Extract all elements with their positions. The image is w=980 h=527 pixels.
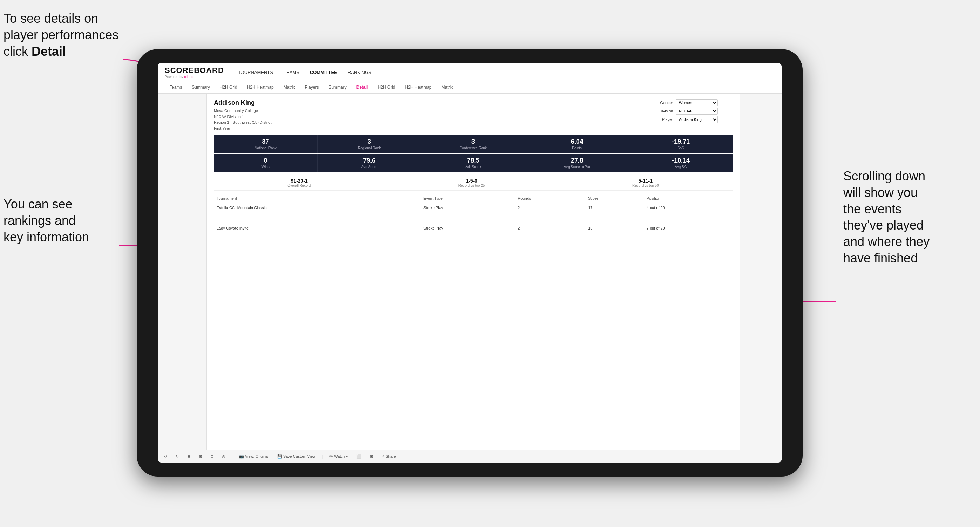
player-college: Mesa Community College xyxy=(214,108,271,114)
toolbar-watch[interactable]: 👁 Watch ▾ xyxy=(327,453,350,459)
player-select[interactable]: Addison King xyxy=(676,116,718,123)
stat-adj-score: 78.5 Adj Score xyxy=(421,154,525,172)
tournament-table: Tournament Event Type Rounds Score Posit… xyxy=(214,194,733,233)
record-top25: 1-5-0 Record vs top 25 xyxy=(458,178,485,187)
nav-committee[interactable]: COMMITTEE xyxy=(310,68,337,76)
annotation-bottomleft: You can seerankings andkey information xyxy=(3,196,123,245)
division-select[interactable]: NJCAA I xyxy=(676,108,718,114)
toolbar-screen[interactable]: ⬜ xyxy=(354,453,363,459)
position: 4 out of 20 xyxy=(644,203,733,213)
player-division: NJCAA Division 1 xyxy=(214,114,271,120)
right-sidebar xyxy=(740,94,782,462)
tab-summary[interactable]: Summary xyxy=(187,82,215,93)
annotation-topleft: To see details onplayer performancesclic… xyxy=(3,11,123,60)
annotation-right: Scrolling downwill show youthe eventsthe… xyxy=(843,168,977,267)
stats-grid: 37 National Rank 3 Regional Rank 3 Confe… xyxy=(214,135,733,172)
gender-filter-row: Gender Women Men xyxy=(655,99,733,106)
toolbar-fit[interactable]: ⊡ xyxy=(208,453,216,459)
tournament-name: Estella CC- Mountain Classic xyxy=(214,203,421,213)
tab-h2h-heatmap2[interactable]: H2H Heatmap xyxy=(400,82,436,93)
player-name: Addison King xyxy=(214,99,271,106)
toolbar-grid[interactable]: ⊞ xyxy=(368,453,375,459)
player-region: Region 1 - Southwest (18) District xyxy=(214,119,271,125)
stats-row-1: 37 National Rank 3 Regional Rank 3 Confe… xyxy=(214,135,733,153)
main-nav: TOURNAMENTS TEAMS COMMITTEE RANKINGS xyxy=(238,68,372,76)
gender-label: Gender xyxy=(655,100,673,105)
record-top50: 5-11-1 Record vs top 50 xyxy=(632,178,659,187)
toolbar-zoom-in[interactable]: ⊞ xyxy=(185,453,192,459)
position: 7 out of 20 xyxy=(644,223,733,233)
rounds: 2 xyxy=(515,203,585,213)
toolbar-save-custom[interactable]: 💾 Save Custom View xyxy=(275,453,318,459)
tab-matrix2[interactable]: Matrix xyxy=(437,82,458,93)
toolbar-zoom-out[interactable]: ⊟ xyxy=(197,453,204,459)
player-info-right: Gender Women Men Division NJCAA I xyxy=(655,99,733,131)
nav-rankings[interactable]: RANKINGS xyxy=(348,68,372,76)
toolbar-view-original[interactable]: 📷 View: Original xyxy=(237,453,271,459)
score: 16 xyxy=(585,223,644,233)
col-rounds: Rounds xyxy=(515,194,585,203)
bottom-toolbar: ↺ ↻ ⊞ ⊟ ⊡ ◷ | 📷 View: Original 💾 Save Cu… xyxy=(158,450,782,462)
stat-national-rank: 37 National Rank xyxy=(214,135,318,153)
player-header: Addison King Mesa Community College NJCA… xyxy=(214,99,733,131)
score: 17 xyxy=(585,203,644,213)
player-info-left: Addison King Mesa Community College NJCA… xyxy=(214,99,271,131)
app-header: SCOREBOARD Powered by clippd TOURNAMENTS… xyxy=(158,63,782,82)
toolbar-share[interactable]: ↗ Share xyxy=(379,453,398,459)
stat-avg-score-par: 27.8 Avg Score to Par xyxy=(525,154,629,172)
logo-title: SCOREBOARD xyxy=(165,66,224,75)
tab-matrix[interactable]: Matrix xyxy=(278,82,300,93)
stat-conference-rank: 3 Conference Rank xyxy=(421,135,525,153)
main-content: Addison King Mesa Community College NJCA… xyxy=(207,94,740,462)
stats-row-2: 0 Wins 79.6 Avg Score 78.5 Adj Score 2 xyxy=(214,154,733,172)
stat-wins: 0 Wins xyxy=(214,154,318,172)
app-logo: SCOREBOARD Powered by clippd xyxy=(165,66,224,79)
left-sidebar xyxy=(158,94,207,462)
player-filter-row: Player Addison King xyxy=(655,116,733,123)
table-row: Lady Coyote Invite Stroke Play 2 16 7 ou… xyxy=(214,223,733,233)
stat-regional-rank: 3 Regional Rank xyxy=(318,135,421,153)
toolbar-clock[interactable]: ◷ xyxy=(220,453,228,459)
event-type: Stroke Play xyxy=(421,223,515,233)
event-type: Stroke Play xyxy=(421,203,515,213)
tab-h2h-grid2[interactable]: H2H Grid xyxy=(372,82,400,93)
tablet-frame: SCOREBOARD Powered by clippd TOURNAMENTS… xyxy=(137,49,803,476)
logo-subtitle: Powered by clippd xyxy=(165,75,224,79)
tab-detail[interactable]: Detail xyxy=(352,82,373,93)
tournament-name: Lady Coyote Invite xyxy=(214,223,421,233)
division-label: Division xyxy=(655,109,673,113)
gender-select[interactable]: Women Men xyxy=(676,99,718,106)
toolbar-redo[interactable]: ↻ xyxy=(173,453,181,459)
table-row-empty xyxy=(214,213,733,223)
tab-teams[interactable]: Teams xyxy=(165,82,187,93)
table-row: Estella CC- Mountain Classic Stroke Play… xyxy=(214,203,733,213)
col-tournament: Tournament xyxy=(214,194,421,203)
rounds: 2 xyxy=(515,223,585,233)
tab-players[interactable]: Players xyxy=(300,82,323,93)
records-row: 91-20-1 Overall Record 1-5-0 Record vs t… xyxy=(214,175,733,190)
nav-tournaments[interactable]: TOURNAMENTS xyxy=(238,68,273,76)
col-event-type: Event Type xyxy=(421,194,515,203)
stat-avg-score: 79.6 Avg Score xyxy=(318,154,421,172)
stat-points: 6.04 Points xyxy=(525,135,629,153)
player-year: First Year xyxy=(214,125,271,132)
stat-sos: -19.71 SoS xyxy=(629,135,733,153)
col-score: Score xyxy=(585,194,644,203)
content-area: Addison King Mesa Community College NJCA… xyxy=(158,94,782,462)
sub-nav: Teams Summary H2H Grid H2H Heatmap Matri… xyxy=(158,82,782,94)
tablet-screen: SCOREBOARD Powered by clippd TOURNAMENTS… xyxy=(158,63,782,462)
division-filter-row: Division NJCAA I xyxy=(655,108,733,114)
tab-h2h-heatmap[interactable]: H2H Heatmap xyxy=(242,82,278,93)
toolbar-undo[interactable]: ↺ xyxy=(162,453,169,459)
nav-teams[interactable]: TEAMS xyxy=(283,68,299,76)
col-position: Position xyxy=(644,194,733,203)
record-overall: 91-20-1 Overall Record xyxy=(287,178,311,187)
tab-summary2[interactable]: Summary xyxy=(323,82,351,93)
stat-avg-sg: -10.14 Avg SG xyxy=(629,154,733,172)
tab-h2h-grid[interactable]: H2H Grid xyxy=(215,82,242,93)
player-label: Player xyxy=(655,117,673,122)
